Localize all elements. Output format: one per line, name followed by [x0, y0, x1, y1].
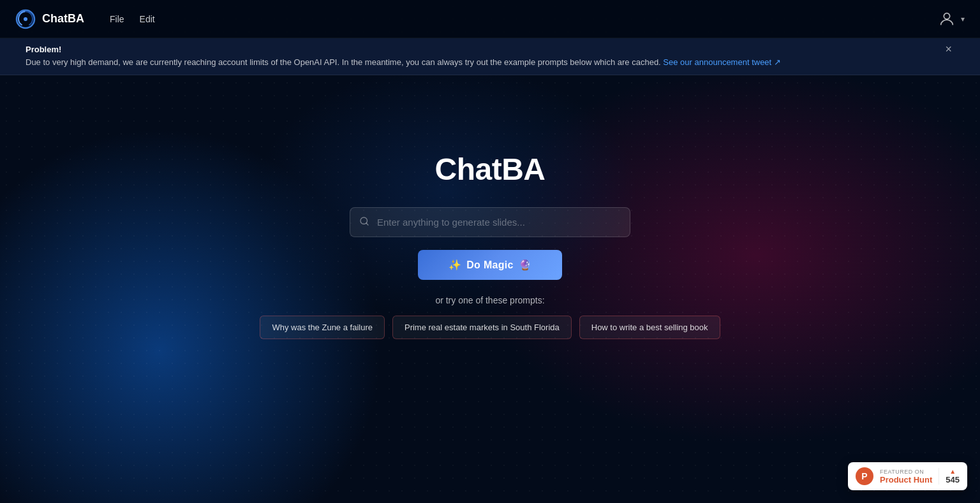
page-title: ChatBA: [435, 152, 546, 187]
prompt-chip-2[interactable]: Prime real estate markets in South Flori…: [392, 316, 572, 339]
product-hunt-count-number: 545: [946, 475, 960, 485]
logo-icon: [15, 9, 36, 29]
alert-content: Problem! Due to very high demand, we are…: [26, 45, 942, 68]
prompt-chip-3[interactable]: How to write a best selling book: [579, 316, 720, 339]
svg-point-2: [944, 13, 949, 18]
product-hunt-badge[interactable]: P FEATURED ON Product Hunt ▲ 545: [848, 462, 967, 490]
svg-point-1: [24, 17, 27, 21]
navbar-right: ▾: [938, 10, 965, 28]
logo-text: ChatBA: [42, 12, 84, 26]
search-icon: [359, 215, 370, 230]
navbar: ChatBA File Edit ▾: [0, 0, 980, 38]
product-hunt-name: Product Hunt: [880, 475, 932, 485]
magic-button-label: Do Magic: [466, 259, 514, 271]
magic-button[interactable]: ✨ Do Magic 🔮: [418, 250, 562, 280]
product-hunt-upvote-arrow: ▲: [949, 468, 956, 475]
alert-banner: Problem! Due to very high demand, we are…: [0, 38, 980, 75]
app-logo[interactable]: ChatBA: [15, 9, 84, 29]
navbar-menu: File Edit: [110, 14, 155, 24]
product-hunt-featured-label: FEATURED ON: [880, 469, 932, 475]
product-hunt-text: FEATURED ON Product Hunt: [880, 469, 932, 485]
menu-edit[interactable]: Edit: [140, 14, 155, 24]
search-input[interactable]: [350, 207, 630, 237]
product-hunt-logo: P: [856, 467, 873, 485]
alert-close-button[interactable]: ×: [942, 43, 954, 55]
magic-emoji-right: 🔮: [519, 259, 531, 271]
product-hunt-count: ▲ 545: [939, 468, 960, 485]
magic-emoji-left: ✨: [449, 259, 461, 271]
prompts-row: Why was the Zune a failure Prime real es…: [260, 316, 720, 339]
main-content: ChatBA ✨ Do Magic 🔮 or try one of these …: [0, 75, 980, 339]
prompts-label: or try one of these prompts:: [435, 295, 544, 305]
product-hunt-initial: P: [861, 471, 867, 481]
alert-text: Due to very high demand, we are currentl…: [26, 57, 942, 68]
alert-message: Due to very high demand, we are currentl…: [26, 57, 661, 67]
account-chevron[interactable]: ▾: [961, 15, 965, 24]
menu-file[interactable]: File: [110, 14, 124, 24]
account-icon[interactable]: [938, 10, 956, 28]
search-container: [350, 207, 630, 237]
alert-link[interactable]: See our announcement tweet ↗: [663, 57, 780, 67]
prompt-chip-1[interactable]: Why was the Zune a failure: [260, 316, 385, 339]
alert-title: Problem!: [26, 45, 942, 54]
